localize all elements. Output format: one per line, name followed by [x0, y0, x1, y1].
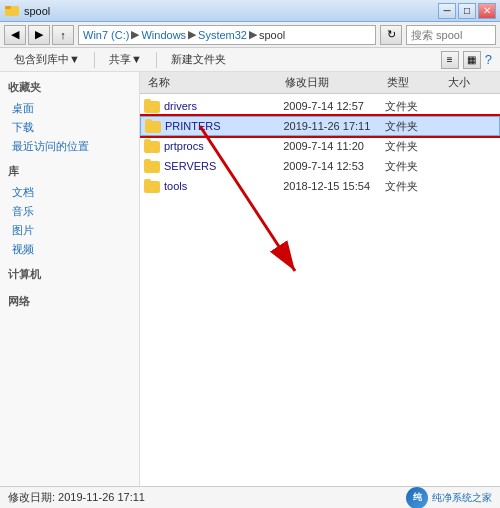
file-list: 名称 修改日期 类型 大小 drivers 2009-7-14 12:57 文件… — [140, 72, 500, 486]
folder-icon — [144, 179, 160, 193]
file-name: SERVERS — [164, 160, 283, 172]
file-name: prtprocs — [164, 140, 283, 152]
folder-icon — [144, 139, 160, 153]
library-pictures[interactable]: 图片 — [0, 221, 139, 240]
address-bar: ◀ ▶ ↑ Win7 (C:) ▶ Windows ▶ System32 ▶ s… — [0, 22, 500, 48]
content-area: 收藏夹 桌面 下载 最近访问的位置 库 文档 音乐 图片 视频 计算机 网络 名… — [0, 72, 500, 486]
status-bar: 修改日期: 2019-11-26 17:11 纯 纯净系统之家 — [0, 486, 500, 508]
network-header: 网络 — [0, 290, 139, 313]
favorites-downloads[interactable]: 下载 — [0, 118, 139, 137]
forward-button[interactable]: ▶ — [28, 25, 50, 45]
library-videos[interactable]: 视频 — [0, 240, 139, 259]
file-name: drivers — [164, 100, 283, 112]
logo-icon: 纯 — [406, 487, 428, 509]
status-text: 修改日期: 2019-11-26 17:11 — [8, 490, 145, 505]
col-header-date[interactable]: 修改日期 — [281, 75, 384, 90]
breadcrumb-drive[interactable]: Win7 (C:) — [83, 29, 129, 41]
col-header-type[interactable]: 类型 — [383, 75, 443, 90]
close-button[interactable]: ✕ — [478, 3, 496, 19]
breadcrumb-current: spool — [259, 29, 285, 41]
restore-button[interactable]: □ — [458, 3, 476, 19]
search-box[interactable]: 🔍 — [406, 25, 496, 45]
minimize-button[interactable]: ─ — [438, 3, 456, 19]
file-date: 2009-7-14 12:53 — [283, 160, 385, 172]
file-date: 2009-7-14 12:57 — [283, 100, 385, 112]
file-date: 2009-7-14 11:20 — [283, 140, 385, 152]
view-details-button[interactable]: ▦ — [463, 51, 481, 69]
file-rows: drivers 2009-7-14 12:57 文件夹 PRINTERS 201… — [140, 94, 500, 198]
help-icon[interactable]: ? — [485, 52, 492, 67]
col-header-size[interactable]: 大小 — [444, 75, 496, 90]
back-button[interactable]: ◀ — [4, 25, 26, 45]
file-name: tools — [164, 180, 283, 192]
library-music[interactable]: 音乐 — [0, 202, 139, 221]
library-docs[interactable]: 文档 — [0, 183, 139, 202]
table-row[interactable]: prtprocs 2009-7-14 11:20 文件夹 — [140, 136, 500, 156]
breadcrumb-windows[interactable]: Windows — [141, 29, 186, 41]
new-folder-button[interactable]: 新建文件夹 — [165, 50, 232, 69]
share-button[interactable]: 共享▼ — [103, 50, 148, 69]
folder-icon — [144, 159, 160, 173]
left-panel: 收藏夹 桌面 下载 最近访问的位置 库 文档 音乐 图片 视频 计算机 网络 — [0, 72, 140, 486]
toolbar: 包含到库中▼ 共享▼ 新建文件夹 ≡ ▦ ? — [0, 48, 500, 72]
view-button[interactable]: ≡ — [441, 51, 459, 69]
table-row[interactable]: PRINTERS 2019-11-26 17:11 文件夹 — [140, 116, 500, 136]
table-row[interactable]: drivers 2009-7-14 12:57 文件夹 — [140, 96, 500, 116]
toolbar-right: ≡ ▦ ? — [441, 51, 492, 69]
nav-buttons: ◀ ▶ ↑ — [4, 25, 74, 45]
logo-text: 纯净系统之家 — [432, 491, 492, 505]
table-row[interactable]: tools 2018-12-15 15:54 文件夹 — [140, 176, 500, 196]
file-date: 2019-11-26 17:11 — [283, 120, 385, 132]
file-type: 文件夹 — [385, 179, 445, 194]
window-icon — [4, 3, 20, 19]
status-logo: 纯 纯净系统之家 — [406, 487, 492, 509]
breadcrumb-system32[interactable]: System32 — [198, 29, 247, 41]
favorites-recent[interactable]: 最近访问的位置 — [0, 137, 139, 156]
file-type: 文件夹 — [385, 139, 445, 154]
folder-icon — [144, 99, 160, 113]
up-button[interactable]: ↑ — [52, 25, 74, 45]
refresh-button[interactable]: ↻ — [380, 25, 402, 45]
computer-header: 计算机 — [0, 263, 139, 286]
column-headers: 名称 修改日期 类型 大小 — [140, 72, 500, 94]
favorites-desktop[interactable]: 桌面 — [0, 99, 139, 118]
title-bar-left: spool — [4, 3, 50, 19]
left-panel-header: 收藏夹 — [0, 76, 139, 99]
library-header: 库 — [0, 160, 139, 183]
search-input[interactable] — [411, 29, 500, 41]
organize-button[interactable]: 包含到库中▼ — [8, 50, 86, 69]
toolbar-separator-2 — [156, 52, 157, 68]
breadcrumb[interactable]: Win7 (C:) ▶ Windows ▶ System32 ▶ spool — [78, 25, 376, 45]
file-name: PRINTERS — [165, 120, 283, 132]
folder-icon — [145, 119, 161, 133]
title-bar: spool ─ □ ✕ — [0, 0, 500, 22]
file-type: 文件夹 — [385, 99, 445, 114]
title-bar-controls: ─ □ ✕ — [438, 3, 496, 19]
file-type: 文件夹 — [385, 159, 445, 174]
table-row[interactable]: SERVERS 2009-7-14 12:53 文件夹 — [140, 156, 500, 176]
logo-abbr: 纯 — [413, 491, 422, 504]
toolbar-separator-1 — [94, 52, 95, 68]
title-text: spool — [24, 5, 50, 17]
col-header-name[interactable]: 名称 — [144, 75, 281, 90]
svg-rect-1 — [5, 6, 11, 9]
file-date: 2018-12-15 15:54 — [283, 180, 385, 192]
file-type: 文件夹 — [385, 119, 444, 134]
